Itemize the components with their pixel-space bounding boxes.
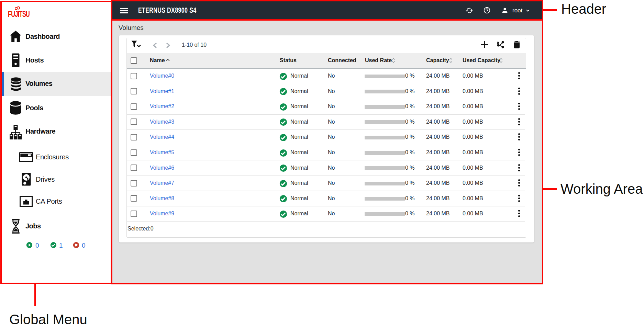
svg-text:FUJITSU: FUJITSU [8, 9, 30, 18]
